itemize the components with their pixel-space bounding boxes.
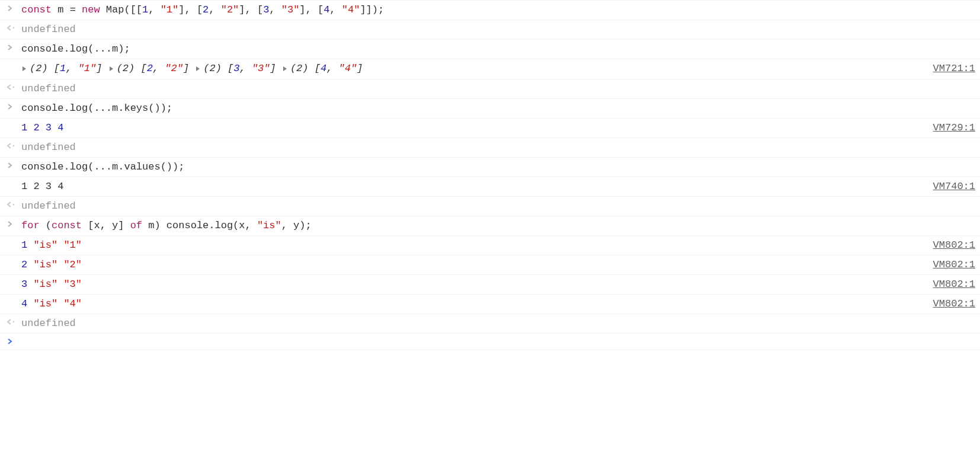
- console-return-row: undefined: [0, 138, 980, 158]
- console-return-row: undefined: [0, 197, 980, 216]
- log-output: 4 "is" "4": [21, 297, 926, 311]
- log-output: 1 2 3 4: [21, 180, 926, 194]
- expand-icon[interactable]: [282, 62, 288, 76]
- input-chevron-icon: [2, 219, 21, 228]
- source-link[interactable]: VM740:1: [926, 180, 975, 194]
- input-chevron-icon: [2, 3, 21, 12]
- input-code: console.log(...m);: [21, 42, 975, 56]
- return-value: undefined: [21, 140, 975, 155]
- source-link[interactable]: VM802:1: [926, 258, 975, 272]
- console-return-row: undefined: [0, 79, 980, 99]
- input-chevron-icon: [2, 42, 21, 52]
- svg-marker-1: [23, 66, 26, 71]
- svg-point-6: [13, 145, 15, 147]
- console-log-row: 1 2 3 4VM740:1: [0, 177, 980, 197]
- return-value: undefined: [21, 23, 975, 37]
- svg-marker-3: [196, 66, 200, 71]
- console-input-row: const m = new Map([[1, "1"], [2, "2"], […: [0, 0, 980, 20]
- svg-point-7: [13, 204, 15, 206]
- console-input-row: console.log(...m.values());: [0, 158, 980, 177]
- console-return-row: undefined: [0, 20, 980, 40]
- input-chevron-icon: [2, 160, 21, 170]
- log-output: 1 2 3 4: [21, 121, 926, 135]
- console-log-row: 2 "is" "2"VM802:1: [0, 255, 980, 275]
- source-link[interactable]: VM802:1: [926, 238, 975, 252]
- return-icon: [2, 316, 21, 326]
- source-link[interactable]: VM802:1: [926, 277, 975, 292]
- input-chevron-icon: [2, 101, 21, 111]
- expand-icon[interactable]: [195, 62, 201, 76]
- expand-icon[interactable]: [108, 62, 114, 76]
- input-code: console.log(...m.keys());: [21, 101, 975, 116]
- return-icon: [2, 23, 21, 32]
- console-log-panel: const m = new Map([[1, "1"], [2, "2"], […: [0, 0, 980, 350]
- log-output: 1 "is" "1": [21, 238, 926, 252]
- source-link[interactable]: VM802:1: [926, 297, 975, 311]
- console-input-row: console.log(...m.keys());: [0, 99, 980, 119]
- console-input-row: console.log(...m);: [0, 40, 980, 59]
- log-output: (2) [1, "1"] (2) [2, "2"] (2) [3, "3"] (…: [21, 62, 926, 76]
- prompt-chevron-icon: [2, 336, 21, 346]
- input-code: for (const [x, y] of m) console.log(x, "…: [21, 219, 975, 233]
- console-log-row: 3 "is" "3"VM802:1: [0, 275, 980, 295]
- log-output: 2 "is" "2": [21, 258, 926, 272]
- return-value: undefined: [21, 199, 975, 213]
- svg-point-5: [13, 87, 15, 88]
- console-log-row: 1 2 3 4VM729:1: [0, 119, 980, 138]
- svg-marker-4: [283, 66, 287, 71]
- svg-point-0: [13, 27, 15, 29]
- console-prompt-row: [0, 334, 980, 350]
- expand-icon[interactable]: [21, 62, 27, 76]
- console-input-row: for (const [x, y] of m) console.log(x, "…: [0, 216, 980, 236]
- console-log-row: (2) [1, "1"] (2) [2, "2"] (2) [3, "3"] (…: [0, 59, 980, 79]
- source-link[interactable]: VM729:1: [926, 121, 975, 135]
- return-icon: [2, 199, 21, 209]
- return-value: undefined: [21, 82, 975, 96]
- return-icon: [2, 82, 21, 91]
- console-log-row: 4 "is" "4"VM802:1: [0, 295, 980, 314]
- source-link[interactable]: VM721:1: [926, 62, 975, 76]
- console-log-row: 1 "is" "1"VM802:1: [0, 236, 980, 255]
- return-value: undefined: [21, 316, 975, 331]
- return-icon: [2, 140, 21, 150]
- input-code: console.log(...m.values());: [21, 160, 975, 174]
- svg-point-8: [13, 321, 15, 323]
- log-output: 3 "is" "3": [21, 277, 926, 292]
- input-code: const m = new Map([[1, "1"], [2, "2"], […: [21, 3, 975, 17]
- console-return-row: undefined: [0, 314, 980, 334]
- svg-marker-2: [110, 66, 113, 71]
